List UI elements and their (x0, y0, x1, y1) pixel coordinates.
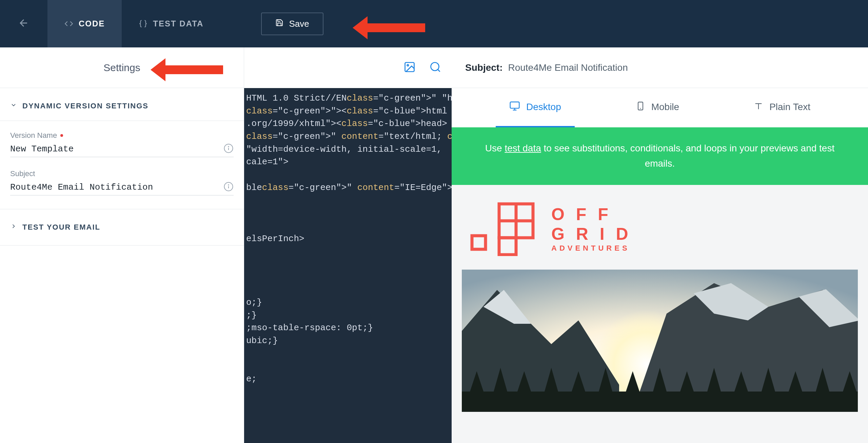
save-button-label: Save (289, 19, 309, 29)
testdata-banner: Use test data to see substitutions, cond… (452, 127, 868, 185)
subject-input[interactable] (10, 182, 223, 192)
mobile-icon (636, 101, 645, 113)
svg-point-3 (228, 185, 229, 185)
tab-code-label: CODE (79, 19, 105, 28)
text-icon (754, 101, 763, 113)
tab-code[interactable]: CODE (47, 0, 122, 47)
code-icon (64, 19, 73, 28)
topbar: CODE TEST DATA Save (0, 0, 868, 47)
banner-text-post: to see substitutions, conditionals, and … (541, 143, 834, 169)
test-your-email-label: TEST YOUR EMAIL (22, 223, 100, 232)
banner-text-pre: Use (485, 143, 505, 153)
version-name-row (10, 143, 234, 157)
svg-point-6 (431, 63, 439, 71)
version-name-label: Version Name (10, 131, 234, 140)
svg-rect-8 (638, 102, 643, 110)
editor-toolbar (244, 47, 452, 88)
info-icon[interactable] (223, 182, 234, 193)
testdata-link[interactable]: test data (505, 143, 541, 153)
save-icon (275, 19, 283, 29)
tab-testdata-label: TEST DATA (153, 19, 203, 28)
settings-form: Version Name Subject (0, 121, 244, 209)
preview-panel: Subject: Route4Me Email Notification Des… (452, 47, 868, 443)
preview-subject-label: Subject: (465, 62, 502, 73)
tab-plaintext-label: Plain Text (769, 102, 810, 112)
settings-tab-bar: Settings (0, 47, 244, 88)
arrow-body-icon (165, 65, 223, 74)
search-icon[interactable] (429, 61, 441, 75)
tab-desktop[interactable]: Desktop (496, 88, 575, 127)
arrow-body-icon (368, 23, 425, 32)
tab-desktop-label: Desktop (526, 102, 561, 112)
save-button[interactable]: Save (261, 13, 323, 35)
svg-point-1 (228, 146, 229, 147)
brand-line1: O F F (551, 205, 632, 225)
preview-subject-bar: Subject: Route4Me Email Notification (452, 47, 868, 88)
required-dot-icon (60, 134, 63, 137)
back-button[interactable] (0, 0, 47, 47)
settings-tab[interactable]: Settings (103, 62, 140, 73)
settings-panel: Settings DYNAMIC VERSION SETTINGS Versio… (0, 47, 244, 443)
arrow-left-head-icon (151, 58, 165, 81)
arrow-annotation-save (353, 16, 425, 39)
tab-plaintext[interactable]: Plain Text (740, 88, 824, 127)
code-editor-panel: HTML 1.0 Strict//ENclass="c-green">" "ht… (244, 47, 452, 443)
hero-image (462, 270, 858, 412)
tab-mobile[interactable]: Mobile (622, 88, 693, 127)
svg-point-5 (407, 65, 409, 66)
device-tabs: Desktop Mobile Plain Text (452, 88, 868, 127)
brand-line2: G R I D (551, 225, 632, 244)
test-your-email-section[interactable]: TEST YOUR EMAIL (0, 209, 244, 246)
code-editor[interactable]: HTML 1.0 Strict//ENclass="c-green">" "ht… (244, 88, 452, 390)
tab-mobile-label: Mobile (651, 102, 679, 112)
brand-line3: ADVENTURES (551, 244, 632, 252)
chevron-right-icon (10, 223, 17, 232)
dynamic-version-section-header[interactable]: DYNAMIC VERSION SETTINGS (0, 88, 244, 121)
version-name-label-text: Version Name (10, 131, 57, 140)
arrow-left-head-icon (353, 16, 368, 39)
braces-icon (139, 19, 147, 28)
brand-text: O F F G R I D ADVENTURES (551, 205, 632, 252)
subject-label-text: Subject (10, 169, 35, 178)
svg-rect-7 (510, 102, 519, 108)
subject-label: Subject (10, 169, 234, 178)
arrow-left-icon (18, 17, 29, 30)
tab-testdata[interactable]: TEST DATA (122, 0, 220, 47)
desktop-icon (509, 101, 520, 114)
image-icon[interactable] (403, 61, 416, 75)
version-name-input[interactable] (10, 144, 223, 154)
email-preview-body: O F F G R I D ADVENTURES (452, 185, 868, 443)
main: Settings DYNAMIC VERSION SETTINGS Versio… (0, 47, 868, 443)
brand-logo: O F F G R I D ADVENTURES (470, 202, 858, 256)
svg-rect-9 (472, 236, 486, 249)
subject-row (10, 182, 234, 195)
info-icon[interactable] (223, 143, 234, 155)
preview-subject-value: Route4Me Email Notification (508, 62, 628, 73)
chevron-down-icon (10, 102, 17, 110)
dynamic-version-label: DYNAMIC VERSION SETTINGS (22, 102, 149, 110)
arrow-annotation-settings (151, 58, 223, 81)
svg-rect-13 (499, 238, 516, 255)
grid-logo-icon (470, 202, 538, 256)
